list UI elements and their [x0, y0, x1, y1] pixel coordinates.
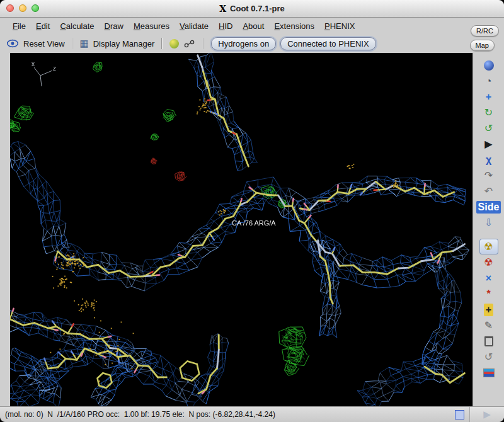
main-area: x z CA /76 ARG/A ◔+↻↺▶χ↷↶Side⇩☢☢×*+✎↺ [0, 53, 504, 406]
right-toolbar: ◔+↻↺▶χ↷↶Side⇩☢☢×*+✎↺ [472, 53, 504, 406]
menu-file[interactable]: File [8, 20, 31, 32]
menu-draw[interactable]: Draw [100, 20, 129, 32]
regularize-zone-icon[interactable]: ☢ [479, 254, 498, 270]
zoom-button[interactable] [32, 4, 39, 12]
graphics-area: x z CA /76 ARG/A [10, 53, 472, 406]
close-button[interactable] [6, 4, 14, 12]
molecular-viewport[interactable] [10, 53, 472, 406]
menu-about[interactable]: About [238, 20, 269, 32]
map-button[interactable]: Map [470, 40, 495, 51]
measure-distance-icon[interactable] [183, 40, 196, 48]
menu-phenix[interactable]: PHENIX [319, 20, 360, 32]
reset-view-icon[interactable] [6, 39, 19, 48]
title-bar[interactable]: X Coot 0.7.1-pre [0, 0, 504, 18]
rigid-body-fit-icon[interactable]: × [479, 270, 498, 286]
rrc-button[interactable]: R/RC [471, 25, 499, 37]
chi-angles-icon[interactable]: χ [479, 152, 498, 168]
menu-hid[interactable]: HID [214, 20, 238, 32]
auto-fit-rotamer-icon[interactable]: ↷ [479, 168, 498, 183]
rotamer-cycle-icon[interactable]: ↶ [479, 183, 498, 199]
torsion-general-icon[interactable]: ↺ [479, 120, 498, 136]
status-text: (mol. no: 0) N /1/A/160 PRO occ: 1.00 bf… [0, 410, 455, 419]
reset-view-button[interactable]: Reset View [23, 39, 65, 48]
minimize-button[interactable] [19, 4, 26, 12]
coot-window: X Coot 0.7.1-pre FileEditCalculateDrawMe… [0, 0, 504, 422]
phenix-connection-button[interactable]: Connected to PHENIX [280, 37, 375, 50]
play-path-icon[interactable]: ▶ [479, 136, 498, 152]
traffic-lights [6, 4, 39, 12]
menu-extensions[interactable]: Extensions [269, 20, 319, 32]
display-manager-button[interactable]: Display Manager [93, 39, 155, 48]
status-bar: (mol. no: 0) N /1/A/160 PRO occ: 1.00 bf… [0, 406, 504, 422]
menu-calculate[interactable]: Calculate [55, 20, 99, 32]
menu-validate[interactable]: Validate [175, 20, 214, 32]
window-title-group: X Coot 0.7.1-pre [219, 4, 285, 14]
bottom-right-corner: ▶ [469, 407, 504, 422]
delete-trash-icon[interactable] [479, 333, 498, 349]
down-arrow-icon[interactable]: ⇩ [479, 215, 498, 231]
toolbar-separator [203, 38, 204, 49]
undo-icon[interactable]: ↺ [479, 349, 498, 365]
status-indicator [455, 410, 464, 419]
navigation-sphere-icon[interactable] [479, 57, 498, 73]
view-clock-icon[interactable]: ◔ [479, 73, 498, 89]
display-manager-icon[interactable]: ▦ [80, 38, 89, 49]
display-images-icon[interactable] [479, 365, 498, 380]
menu-measures[interactable]: Measures [129, 20, 175, 32]
mutate-icon[interactable]: * [479, 286, 498, 302]
menu-bar: FileEditCalculateDrawMeasuresValidateHID… [0, 18, 504, 34]
translate-axes-icon[interactable]: + [479, 89, 498, 105]
go-to-atom-icon[interactable] [169, 39, 179, 48]
main-toolbar: Reset View ▦ Display Manager Hydrogens o… [0, 34, 504, 53]
x11-icon: X [219, 4, 226, 14]
menu-edit[interactable]: Edit [31, 20, 55, 32]
add-terminal-residue-icon[interactable]: + [479, 302, 498, 317]
side-chain-180-icon[interactable]: Side [479, 199, 498, 215]
hydrogens-toggle-button[interactable]: Hydrogens on [211, 37, 276, 50]
real-space-refine-icon[interactable]: ☢ [479, 239, 498, 254]
play-icon[interactable]: ▶ [483, 409, 491, 420]
window-title: Coot 0.7.1-pre [230, 4, 285, 13]
rotate-zone-icon[interactable]: ↻ [479, 105, 498, 120]
toolbar-separator [161, 38, 163, 49]
toolbar-separator [72, 38, 73, 49]
pencil-icon[interactable]: ✎ [479, 317, 498, 333]
sidebar-spacer [479, 231, 498, 239]
